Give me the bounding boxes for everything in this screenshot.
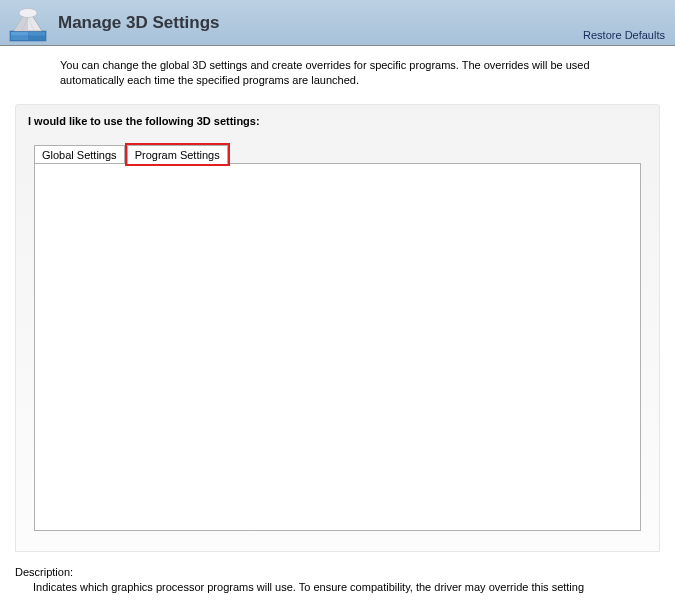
settings-3d-icon (8, 3, 48, 43)
page-title: Manage 3D Settings (58, 13, 220, 33)
svg-rect-1 (11, 32, 28, 36)
svg-point-7 (19, 8, 37, 17)
footer-description: Description: Indicates which graphics pr… (0, 552, 675, 593)
tab-program-settings[interactable]: Program Settings (127, 145, 228, 164)
footer-description-text: Indicates which graphics processor progr… (15, 581, 660, 593)
settings-panel: I would like to use the following 3D set… (15, 104, 660, 552)
svg-rect-2 (29, 32, 46, 36)
settings-prompt: I would like to use the following 3D set… (16, 105, 659, 145)
svg-rect-4 (29, 36, 46, 40)
header-bar: Manage 3D Settings Restore Defaults (0, 0, 675, 46)
restore-defaults-link[interactable]: Restore Defaults (583, 29, 665, 41)
tabs-container: Global Settings Program Settings (34, 145, 641, 164)
page-description: You can change the global 3D settings an… (0, 46, 675, 96)
svg-rect-3 (11, 36, 28, 40)
tab-global-settings[interactable]: Global Settings (34, 145, 125, 164)
footer-description-label: Description: (15, 566, 660, 578)
tab-content (34, 163, 641, 531)
